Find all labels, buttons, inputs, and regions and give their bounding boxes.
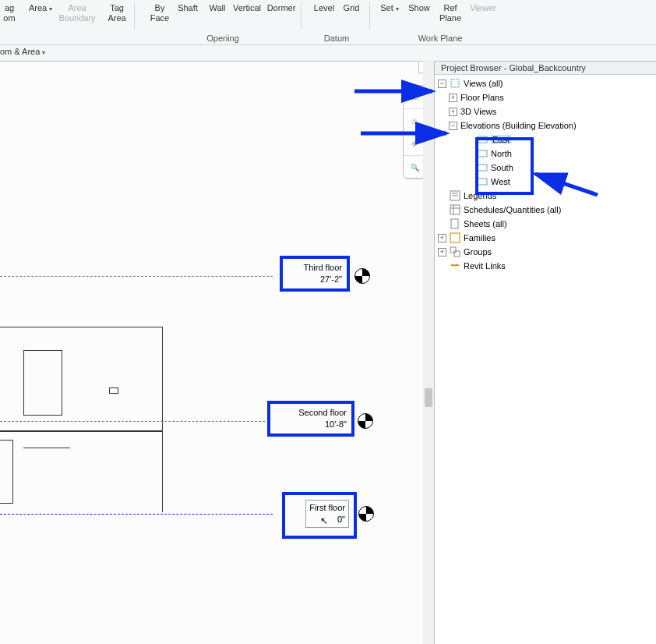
tree-node-legends[interactable]: Legends <box>435 189 656 203</box>
tree-label: West <box>491 177 510 186</box>
dormer-button[interactable]: Dormer <box>265 3 298 13</box>
expand-icon[interactable]: + <box>438 234 446 242</box>
viewer-button: Viewer <box>467 3 499 13</box>
legends-icon <box>450 190 460 201</box>
tree-node-groups[interactable]: + Groups <box>435 245 656 259</box>
expand-icon[interactable]: + <box>449 108 457 116</box>
room-area-dropdown[interactable]: om & Area▾ <box>0 47 45 56</box>
sheets-icon <box>450 218 460 229</box>
level-marker-icon[interactable] <box>358 413 373 429</box>
svg-rect-2 <box>478 150 487 157</box>
groups-icon <box>450 246 460 257</box>
elevation-view-icon <box>477 148 488 159</box>
schedules-icon <box>450 204 460 215</box>
area-boundary-button: AreaBoundary <box>58 3 97 23</box>
level-marker-icon[interactable] <box>358 506 374 522</box>
link-icon <box>450 260 460 271</box>
level-line-second[interactable] <box>0 421 265 422</box>
tree-label: South <box>491 163 513 172</box>
tree-label: Groups <box>464 247 492 257</box>
tag-room-button[interactable]: agom <box>0 3 20 23</box>
tree-node-sheets[interactable]: Sheets (all) <box>435 217 656 231</box>
collapse-icon[interactable]: − <box>449 122 457 130</box>
level-name: First floor <box>309 502 345 514</box>
tree-label: Families <box>464 233 496 242</box>
ribbon: agom Area▾ AreaBoundary TagArea ByFace S… <box>0 0 656 45</box>
svg-rect-12 <box>450 233 460 242</box>
level-line-third[interactable] <box>0 276 273 277</box>
nav-zoom-icon[interactable]: 🔍 <box>404 156 425 179</box>
project-browser-title: Project Browser - Global_Backcountry <box>435 62 656 75</box>
set-button[interactable]: Set▾ <box>379 3 400 14</box>
tree-label: North <box>491 149 512 158</box>
level-tag-second[interactable]: Second floor 10'-8" <box>267 401 354 437</box>
tree-label: Elevations (Building Elevation) <box>460 121 577 130</box>
tree-node-east[interactable]: East <box>435 133 656 147</box>
svg-rect-8 <box>450 205 460 214</box>
elevation-view-icon <box>477 134 488 145</box>
show-button[interactable]: Show <box>405 3 433 13</box>
ref-plane-button[interactable]: RefPlane <box>436 3 464 23</box>
tree-node-views[interactable]: − Views (all) <box>435 76 656 90</box>
ribbon-group-workplane: Work Plane <box>374 34 506 43</box>
tree-label: Revit Links <box>464 261 506 271</box>
tree-node-elevations[interactable]: − Elevations (Building Elevation) <box>435 119 656 133</box>
vertical-button[interactable]: Vertical <box>231 3 263 13</box>
svg-rect-0 <box>451 80 459 87</box>
level-height: 10'-8" <box>275 419 347 430</box>
nav-mode-2d[interactable]: 2D <box>404 86 425 109</box>
svg-rect-3 <box>478 165 487 171</box>
by-face-button[interactable]: ByFace <box>148 3 171 23</box>
canvas-vertical-scrollbar[interactable] <box>423 61 434 644</box>
tree-node-3d-views[interactable]: + 3D Views <box>435 104 656 119</box>
expand-icon[interactable]: + <box>438 248 446 257</box>
svg-rect-14 <box>454 251 460 257</box>
views-icon <box>450 78 460 89</box>
level-tag-first[interactable]: First floor ↖ 0" <box>282 492 357 539</box>
tree-label: 3D Views <box>460 107 496 116</box>
level-height: 27'-2" <box>287 274 342 285</box>
shaft-button[interactable]: Shaft <box>175 3 201 13</box>
level-button[interactable]: Level <box>312 3 337 13</box>
collapse-icon[interactable]: − <box>438 80 446 88</box>
tree-label: Sheets (all) <box>464 219 507 228</box>
wall-button[interactable]: Wall <box>206 3 229 13</box>
tree-label: Legends <box>464 191 496 200</box>
ribbon-group-datum: Datum <box>305 34 368 43</box>
level-tag-third[interactable]: Third floor 27'-2" <box>280 256 350 292</box>
level-name: Second floor <box>275 407 347 419</box>
tag-area-button[interactable]: TagArea <box>104 3 129 23</box>
tree-node-west[interactable]: West <box>435 175 656 189</box>
scrollbar-thumb[interactable] <box>425 388 432 407</box>
svg-rect-13 <box>450 247 456 253</box>
project-browser-tree[interactable]: − Views (all) + Floor Plans + 3D Views −… <box>435 75 656 274</box>
tree-label: Floor Plans <box>460 93 504 102</box>
tree-label: Views (all) <box>464 79 503 88</box>
tree-node-north[interactable]: North <box>435 147 656 161</box>
grid-button[interactable]: Grid <box>340 3 363 13</box>
tree-node-revit-links[interactable]: Revit Links <box>435 259 656 273</box>
nav-steering-wheel-icon[interactable]: ◎ <box>404 109 425 133</box>
tree-node-floor-plans[interactable]: + Floor Plans <box>435 90 656 104</box>
project-browser-panel: Project Browser - Global_Backcountry − V… <box>434 61 656 644</box>
ribbon-group-opening: Opening <box>146 34 299 43</box>
tree-node-south[interactable]: South <box>435 161 656 175</box>
level-line-first[interactable] <box>0 514 273 515</box>
drawing-canvas[interactable]: ▾ 2D ◎ ✥ 🔍 Third floor 27'-2" Second flo… <box>0 61 434 644</box>
families-icon <box>450 232 460 243</box>
elevation-view-icon <box>477 162 488 173</box>
tree-node-schedules[interactable]: Schedules/Quantities (all) <box>435 203 656 217</box>
tree-node-families[interactable]: + Families <box>435 231 656 245</box>
expand-icon[interactable]: + <box>449 94 457 102</box>
area-button[interactable]: Area▾ <box>26 3 55 14</box>
elevation-view-icon <box>477 176 488 187</box>
svg-rect-4 <box>478 179 487 185</box>
svg-rect-1 <box>478 136 487 143</box>
level-marker-icon[interactable] <box>354 268 370 284</box>
level-height: ↖ 0" <box>309 514 345 525</box>
tree-label: East <box>491 135 511 144</box>
svg-rect-11 <box>451 219 458 228</box>
level-name: Third floor <box>287 262 342 274</box>
nav-pan-icon[interactable]: ✥ <box>404 133 425 156</box>
cursor-icon: ↖ <box>320 515 328 527</box>
